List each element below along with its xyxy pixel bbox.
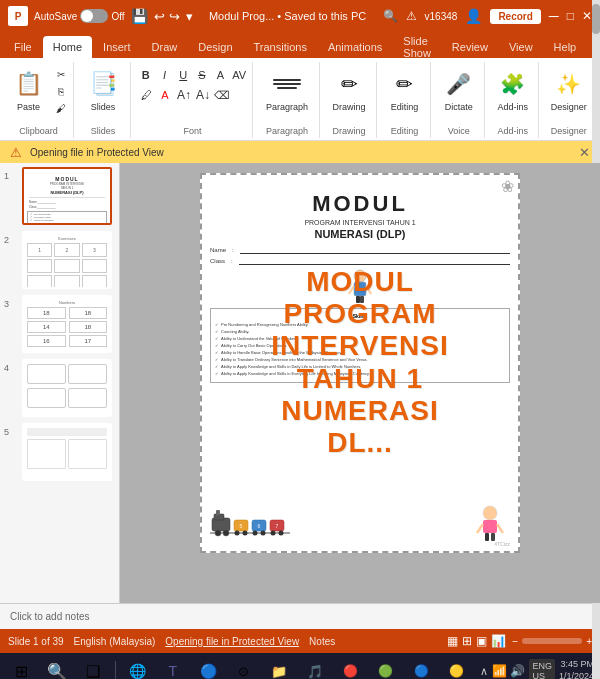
tab-animations[interactable]: Animations: [318, 36, 392, 58]
minimize-btn[interactable]: ─: [549, 8, 559, 24]
app6-button[interactable]: 🟡: [441, 657, 473, 679]
browser-button[interactable]: 🔵: [192, 657, 224, 679]
highlight-button[interactable]: 🖊: [137, 86, 155, 104]
start-button[interactable]: ⊞: [6, 657, 38, 679]
underline-button[interactable]: U: [174, 66, 192, 84]
presentation-mode-btn[interactable]: ▾: [186, 9, 193, 24]
slide-preview-1[interactable]: MODUL PROGRAM INTERVENSI TAHUN 1 NUMERAS…: [22, 167, 112, 225]
tray-chevron[interactable]: ∧: [480, 665, 488, 678]
slide-thumb-4[interactable]: 4: [4, 359, 115, 417]
bold-button[interactable]: B: [137, 66, 155, 84]
tab-draw[interactable]: Draw: [142, 36, 188, 58]
skill-item-6: ✓ Ability to Translate Ordinary Sentence…: [215, 357, 505, 362]
svg-line-27: [497, 524, 503, 533]
notes-bar[interactable]: Click to add notes: [0, 603, 600, 629]
ribbon-drawing-group: ✏ Drawing Drawing: [322, 62, 377, 138]
tab-file[interactable]: File: [4, 36, 42, 58]
designer-label: Designer: [551, 102, 587, 112]
teams-button[interactable]: T: [157, 657, 189, 679]
search-button[interactable]: 🔍: [42, 657, 74, 679]
search-btn[interactable]: 🔍: [383, 9, 398, 23]
clear-format-button[interactable]: ⌫: [213, 86, 231, 104]
redo-btn[interactable]: ↪: [169, 9, 180, 24]
tab-home[interactable]: Home: [43, 36, 92, 58]
zoom-out-btn[interactable]: −: [512, 636, 518, 647]
network-icon[interactable]: 📶: [492, 664, 507, 678]
presenter-view-btn[interactable]: 📊: [491, 634, 506, 648]
protected-view-close[interactable]: ✕: [579, 145, 590, 160]
dictate-button[interactable]: 🎤 Dictate: [439, 66, 479, 114]
format-painter-button[interactable]: 🖌: [53, 102, 69, 115]
normal-view-btn[interactable]: ▦: [447, 634, 458, 648]
edge-button[interactable]: 🌐: [121, 657, 153, 679]
italic-button[interactable]: I: [156, 66, 174, 84]
font-color-button[interactable]: A: [156, 86, 174, 104]
autosave-toggle[interactable]: AutoSave Off: [34, 9, 125, 23]
reading-view-btn[interactable]: ▣: [476, 634, 487, 648]
strikethrough-button[interactable]: S: [193, 66, 211, 84]
title-bar: P AutoSave Off 💾 ↩ ↪ ▾ Modul Prog... • S…: [0, 0, 600, 32]
slide-thumb-3[interactable]: 3 Numbers 18 14 16 18 18 17: [4, 295, 115, 353]
new-slide-button[interactable]: 📑 Slides: [83, 66, 123, 114]
autosave-switch[interactable]: [80, 9, 108, 23]
app4-button[interactable]: 🟢: [370, 657, 402, 679]
paste-button[interactable]: 📋 Paste: [9, 66, 49, 114]
slide-sorter-btn[interactable]: ⊞: [462, 634, 472, 648]
ribbon-slides-group: 📑 Slides Slides: [76, 62, 131, 138]
slide-preview-3[interactable]: Numbers 18 14 16 18 18 17: [22, 295, 112, 353]
app5-button[interactable]: 🔵: [405, 657, 437, 679]
slide-preview-2[interactable]: Exercises 123: [22, 231, 112, 289]
undo-btn[interactable]: ↩: [154, 9, 165, 24]
slide-container[interactable]: ❀ MODUL PROGRAM INTERVENSI TAHUN 1 NUMER…: [200, 173, 520, 553]
designer-button[interactable]: ✨ Designer: [547, 66, 591, 114]
tab-view[interactable]: View: [499, 36, 543, 58]
slide-thumb-2[interactable]: 2 Exercises 123: [4, 231, 115, 289]
maximize-btn[interactable]: □: [567, 9, 574, 23]
save-icon[interactable]: 💾: [131, 8, 148, 24]
slides-label: Slides: [91, 102, 116, 112]
font-label: Font: [137, 126, 248, 138]
slide-thumb-5[interactable]: 5: [4, 423, 115, 481]
chrome-button[interactable]: ⊙: [228, 657, 260, 679]
draw-label: Drawing: [332, 126, 365, 138]
slide-preview-5[interactable]: [22, 423, 112, 481]
slide-number-1: 1: [4, 171, 18, 181]
notes-btn[interactable]: Notes: [309, 636, 335, 647]
slide-thumb-1[interactable]: 1 MODUL PROGRAM INTERVENSI TAHUN 1 NUMER…: [4, 167, 115, 225]
editing-button[interactable]: ✏ Editing: [385, 66, 425, 114]
volume-icon[interactable]: 🔊: [510, 664, 525, 678]
text-shadow-button[interactable]: A: [212, 66, 230, 84]
tab-help[interactable]: Help: [544, 36, 587, 58]
autosave-label: AutoSave: [34, 11, 77, 22]
tab-review[interactable]: Review: [442, 36, 498, 58]
char-spacing-button[interactable]: AV: [230, 66, 248, 84]
tab-slideshow[interactable]: Slide Show: [393, 36, 441, 58]
slides-group-label: Slides: [91, 126, 116, 138]
notes-placeholder[interactable]: Click to add notes: [10, 611, 90, 622]
edit-label: Editing: [391, 126, 419, 138]
record-button[interactable]: Record: [490, 9, 540, 24]
copy-button[interactable]: ⎘: [53, 85, 69, 98]
decrease-font-button[interactable]: A↓: [194, 86, 212, 104]
tab-design[interactable]: Design: [188, 36, 242, 58]
language-badge[interactable]: ENGUS: [529, 659, 555, 679]
app1-button[interactable]: 📁: [263, 657, 295, 679]
slide-number-5: 5: [4, 427, 18, 437]
addins-button[interactable]: 🧩 Add-ins: [493, 66, 533, 114]
zoom-bar[interactable]: [522, 638, 582, 644]
slides-buttons: 📑 Slides: [83, 62, 123, 126]
clipboard-buttons: 📋 Paste ✂ ⎘ 🖌: [9, 62, 69, 126]
drawing-button[interactable]: ✏ Drawing: [329, 66, 370, 114]
app3-button[interactable]: 🔴: [334, 657, 366, 679]
tab-insert[interactable]: Insert: [93, 36, 141, 58]
increase-font-button[interactable]: A↑: [175, 86, 193, 104]
paragraph-button[interactable]: Paragraph: [262, 66, 312, 114]
tab-transitions[interactable]: Transitions: [244, 36, 317, 58]
cut-button[interactable]: ✂: [53, 68, 69, 81]
user-icon[interactable]: 👤: [465, 8, 482, 24]
close-btn[interactable]: ✕: [582, 9, 592, 23]
slide-preview-4[interactable]: [22, 359, 112, 417]
task-view-button[interactable]: ❑: [77, 657, 109, 679]
app2-button[interactable]: 🎵: [299, 657, 331, 679]
protected-view-status[interactable]: Opening file in Protected View: [165, 636, 299, 647]
